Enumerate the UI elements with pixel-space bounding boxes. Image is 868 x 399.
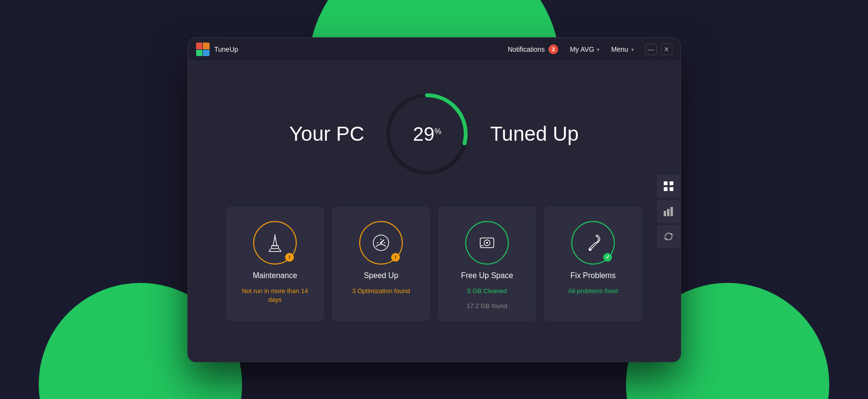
svg-rect-4 [664, 211, 666, 216]
maintenance-icon-ring: ! [253, 221, 297, 265]
speedup-icon-ring: ! [359, 221, 403, 265]
fixproblems-card[interactable]: ✓ Fix Problems All problems fixed [544, 207, 642, 321]
menu-label: Menu [611, 45, 628, 53]
avg-logo [196, 43, 210, 56]
speedup-status: 3 Optimization found [352, 287, 410, 296]
speedup-title: Speed Up [364, 271, 398, 280]
freeup-title: Free Up Space [461, 271, 513, 280]
speedup-card[interactable]: ! Speed Up 3 Optimization found [332, 207, 430, 321]
svg-rect-2 [664, 187, 668, 191]
notifications-label: Notifications [508, 45, 545, 53]
speedometer-icon [370, 232, 392, 253]
gauge-left-label: Your PC [289, 122, 365, 146]
window-controls: — ✕ [645, 44, 672, 55]
maintenance-status: Not run in more than 14 days [236, 287, 315, 304]
fixproblems-check-badge: ✓ [603, 253, 612, 262]
close-button[interactable]: ✕ [661, 44, 672, 55]
wrench-icon [582, 232, 604, 253]
maintenance-title: Maintenance [253, 271, 297, 280]
title-bar-right: Notifications 3 My AVG ▾ Menu ▾ — ✕ [508, 44, 672, 55]
fixproblems-title: Fix Problems [570, 271, 615, 280]
chart-view-button[interactable] [657, 200, 680, 223]
freeup-status-sub: 17.2 GB found [467, 302, 507, 310]
svg-point-13 [380, 242, 382, 244]
freeup-card[interactable]: Free Up Space 5 GB Cleaned 17.2 GB found [438, 207, 536, 321]
menu-chevron: ▾ [631, 47, 634, 52]
my-avg-button[interactable]: My AVG ▾ [570, 45, 599, 53]
main-content: Your PC 29% Tuned Up [188, 61, 680, 361]
logo-q1 [196, 43, 203, 49]
svg-rect-0 [664, 181, 668, 185]
gauge-percent-unit: % [435, 127, 442, 135]
laptop-frame: TuneUp Notifications 3 My AVG ▾ Menu ▾ — [187, 37, 681, 362]
gauge-container: 29% [383, 90, 471, 177]
gauge-percent-value: 29 [413, 123, 435, 145]
grid-icon [663, 181, 674, 192]
my-avg-label: My AVG [570, 45, 594, 53]
gauge-inner: 29% [413, 124, 442, 144]
laptop-wrapper: TuneUp Notifications 3 My AVG ▾ Menu ▾ — [187, 37, 681, 362]
title-bar-left: TuneUp [196, 43, 238, 56]
logo-q4 [203, 50, 210, 57]
logo-q3 [196, 50, 203, 57]
broom-icon [264, 232, 286, 253]
gauge-right-label: Tuned Up [490, 122, 579, 146]
svg-rect-5 [667, 209, 670, 216]
refresh-button[interactable] [657, 225, 680, 248]
grid-view-button[interactable] [657, 175, 680, 198]
svg-rect-3 [670, 187, 673, 191]
maintenance-warning-badge: ! [285, 253, 294, 262]
svg-rect-9 [272, 246, 278, 249]
svg-rect-1 [670, 181, 673, 185]
logo-q2 [203, 43, 210, 49]
gauge-percent: 29% [413, 124, 442, 144]
menu-button[interactable]: Menu ▾ [611, 45, 633, 53]
cards-row: ! Maintenance Not run in more than 14 da… [226, 207, 642, 321]
svg-point-21 [589, 249, 591, 251]
freeup-icon-ring [465, 221, 509, 265]
bar-chart-icon [663, 206, 674, 217]
refresh-icon [663, 231, 674, 242]
svg-rect-6 [670, 207, 673, 216]
speedup-warning-badge: ! [391, 253, 400, 262]
svg-point-19 [486, 242, 488, 244]
fixproblems-status: All problems fixed [568, 287, 618, 296]
notifications-button[interactable]: Notifications 3 [508, 44, 558, 54]
title-bar: TuneUp Notifications 3 My AVG ▾ Menu ▾ — [188, 38, 680, 61]
hdd-icon [476, 232, 498, 253]
side-icons [657, 175, 680, 248]
my-avg-chevron: ▾ [597, 47, 599, 52]
maintenance-card[interactable]: ! Maintenance Not run in more than 14 da… [226, 207, 324, 321]
fixproblems-icon-ring: ✓ [571, 221, 615, 265]
notifications-badge: 3 [548, 44, 558, 54]
app-name: TuneUp [214, 45, 238, 53]
minimize-button[interactable]: — [645, 44, 657, 55]
freeup-status: 5 GB Cleaned [467, 287, 507, 296]
gauge-section: Your PC 29% Tuned Up [289, 90, 579, 177]
